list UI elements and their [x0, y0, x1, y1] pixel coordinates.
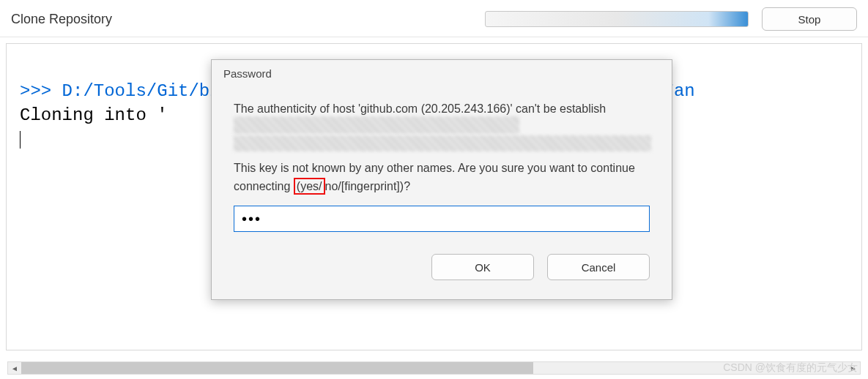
scroll-right-arrow-icon[interactable]: ►: [847, 362, 860, 374]
dialog-button-row: OK Cancel: [212, 239, 672, 299]
dialog-message-bottom: This key is not known by any other names…: [234, 160, 650, 196]
password-dialog: Password The authenticity of host 'githu…: [211, 59, 672, 300]
ok-button[interactable]: OK: [431, 254, 534, 280]
scroll-left-arrow-icon[interactable]: ◄: [8, 362, 21, 374]
scroll-track[interactable]: [21, 362, 847, 374]
redacted-area: [234, 135, 651, 151]
redacted-area: [234, 116, 519, 134]
header-bar: Clone Repository Stop: [0, 0, 868, 37]
cancel-button[interactable]: Cancel: [547, 254, 650, 280]
stop-button[interactable]: Stop: [762, 7, 857, 31]
dialog-body: The authenticity of host 'github.com (20…: [212, 86, 672, 239]
clone-progress-bar: [485, 11, 749, 27]
terminal-prompt: >>>: [20, 81, 62, 101]
scroll-thumb[interactable]: [21, 362, 533, 374]
dialog-message-top: The authenticity of host 'github.com (20…: [234, 100, 650, 119]
terminal-cursor: [20, 131, 21, 149]
yes-highlight: (yes/: [294, 178, 325, 195]
password-input[interactable]: [234, 206, 650, 232]
horizontal-scrollbar[interactable]: ◄ ►: [7, 361, 861, 375]
dialog-title: Password: [212, 60, 672, 86]
page-title: Clone Repository: [11, 12, 485, 27]
terminal-line: Cloning into ': [20, 105, 168, 125]
